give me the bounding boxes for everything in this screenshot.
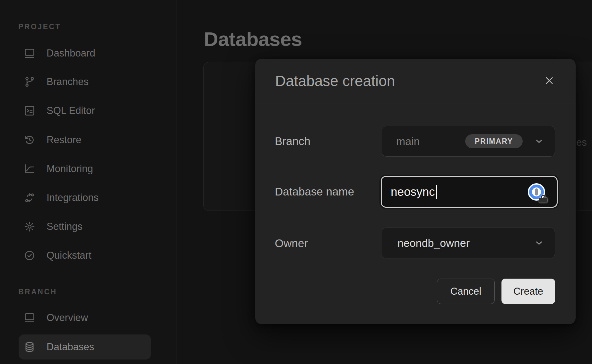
sidebar-item-integrations[interactable]: Integrations <box>19 185 151 210</box>
sidebar-item-monitoring[interactable]: Monitoring <box>19 156 151 181</box>
sidebar-item-sql-editor[interactable]: SQL Editor <box>19 98 151 123</box>
restore-history-icon <box>23 134 36 146</box>
sidebar: PROJECT Dashboard Branches SQL Editor Re… <box>0 0 177 364</box>
chevron-down-icon <box>534 238 544 248</box>
create-button[interactable]: Create <box>501 279 555 304</box>
lock-icon <box>539 195 547 203</box>
sidebar-item-label: Dashboard <box>47 48 95 59</box>
database-name-field-label: Database name <box>275 185 354 198</box>
sidebar-item-label: Branches <box>47 76 89 88</box>
sidebar-item-label: Restore <box>47 134 82 146</box>
branch-field-label: Branch <box>275 135 310 148</box>
branch-select-value: main <box>382 135 420 148</box>
owner-field-label: Owner <box>275 237 308 250</box>
modal-header: Database creation <box>255 59 576 103</box>
text-caret <box>436 185 437 199</box>
sql-editor-icon <box>23 105 36 117</box>
sidebar-item-label: Integrations <box>47 192 99 204</box>
overview-icon <box>23 312 36 324</box>
page-title: Databases <box>204 28 302 50</box>
sidebar-item-restore[interactable]: Restore <box>19 127 151 152</box>
branch-select[interactable]: main PRIMARY <box>382 126 555 157</box>
sidebar-item-label: Databases <box>47 341 94 353</box>
app-window: PROJECT Dashboard Branches SQL Editor Re… <box>0 0 592 364</box>
sidebar-item-dashboard[interactable]: Dashboard <box>19 41 151 66</box>
database-creation-modal: Database creation Branch main PRIMARY Da… <box>255 59 576 324</box>
sidebar-item-label: Quickstart <box>47 250 91 261</box>
1password-icon[interactable] <box>528 183 545 201</box>
integrations-icon <box>23 192 36 204</box>
sidebar-item-label: Settings <box>47 221 83 232</box>
modal-title: Database creation <box>275 72 395 90</box>
settings-gear-icon <box>23 221 36 233</box>
close-icon[interactable] <box>542 73 557 88</box>
owner-select-value: neondb_owner <box>382 237 470 249</box>
database-name-value: neosync <box>391 185 435 199</box>
sidebar-item-label: Overview <box>47 312 88 324</box>
sidebar-item-overview[interactable]: Overview <box>19 305 151 330</box>
chevron-down-icon <box>534 136 544 146</box>
sidebar-item-branches[interactable]: Branches <box>19 69 151 94</box>
primary-badge: PRIMARY <box>465 134 523 148</box>
sidebar-section-branch: BRANCH <box>18 288 57 296</box>
sidebar-item-settings[interactable]: Settings <box>19 214 151 239</box>
sidebar-item-label: SQL Editor <box>47 105 95 117</box>
sidebar-item-label: Monitoring <box>47 163 93 175</box>
dashboard-icon <box>23 47 36 59</box>
sidebar-item-databases[interactable]: Databases <box>19 334 151 360</box>
sidebar-item-quickstart[interactable]: Quickstart <box>19 243 151 268</box>
database-icon <box>23 341 36 353</box>
owner-select[interactable]: neondb_owner <box>382 228 555 258</box>
clipped-background-text: es <box>576 137 587 148</box>
monitoring-chart-icon <box>23 163 36 175</box>
branches-icon <box>23 76 36 88</box>
sidebar-section-project: PROJECT <box>18 22 61 31</box>
quickstart-check-icon <box>23 249 36 262</box>
cancel-button[interactable]: Cancel <box>437 279 495 304</box>
database-name-input[interactable]: neosync <box>381 176 558 208</box>
